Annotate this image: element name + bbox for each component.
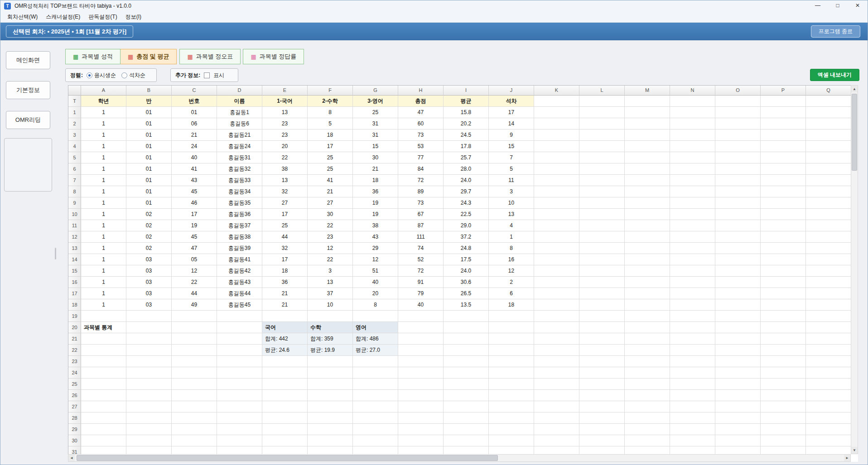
grid-cell[interactable] — [126, 412, 172, 424]
grid-cell[interactable] — [625, 345, 670, 356]
grid-cell[interactable] — [625, 311, 670, 322]
grid-cell[interactable] — [398, 435, 444, 446]
grid-cell[interactable] — [534, 175, 579, 186]
grid-cell[interactable]: 홍길동39 — [217, 243, 262, 254]
grid-cell[interactable]: 홍길동38 — [217, 231, 262, 243]
grid-cell[interactable] — [806, 288, 851, 299]
grid-cell[interactable] — [444, 412, 489, 424]
grid-cell[interactable] — [670, 96, 715, 107]
grid-cell[interactable] — [806, 231, 851, 243]
tab-subject-marking-table[interactable]: ▦과목별 정오표 — [179, 49, 241, 64]
grid-cell[interactable] — [579, 231, 625, 243]
grid-cell[interactable]: 1 — [81, 186, 126, 197]
grid-cell[interactable] — [489, 446, 534, 454]
grid-cell[interactable]: 16 — [489, 254, 534, 265]
grid-cell[interactable]: 01 — [126, 129, 172, 141]
maximize-icon[interactable]: □ — [828, 0, 848, 11]
row-header[interactable]: 14 — [68, 254, 81, 265]
grid-cell[interactable]: 12 — [489, 265, 534, 277]
row-header[interactable]: 29 — [68, 424, 81, 435]
grid-cell[interactable] — [670, 163, 715, 175]
grid-cell[interactable]: 1 — [81, 209, 126, 220]
grid-cell[interactable] — [126, 311, 172, 322]
radio-by-examinee-icon[interactable] — [87, 72, 92, 78]
grid-cell[interactable] — [761, 435, 806, 446]
grid-cell[interactable] — [806, 186, 851, 197]
grid-cell[interactable] — [806, 424, 851, 435]
menu-item-round-select[interactable]: 회차선택(W) — [3, 11, 42, 22]
grid-cell[interactable] — [579, 277, 625, 288]
grid-cell[interactable] — [444, 367, 489, 379]
grid-cell[interactable] — [806, 129, 851, 141]
grid-cell[interactable]: 91 — [398, 277, 444, 288]
grid-cell[interactable]: 43 — [353, 231, 398, 243]
grid-cell[interactable]: 30 — [353, 152, 398, 163]
grid-cell[interactable] — [398, 412, 444, 424]
grid-cell[interactable] — [579, 163, 625, 175]
grid-cell[interactable]: 73 — [398, 129, 444, 141]
grid-cell[interactable] — [398, 311, 444, 322]
row-header[interactable]: 31 — [68, 446, 81, 454]
row-header[interactable]: 5 — [68, 152, 81, 163]
grid-cell[interactable]: 02 — [126, 231, 172, 243]
grid-cell[interactable] — [81, 311, 126, 322]
grid-cell[interactable] — [625, 379, 670, 390]
grid-cell[interactable] — [670, 186, 715, 197]
grid-cell[interactable] — [806, 390, 851, 401]
grid-cell[interactable] — [715, 243, 761, 254]
grid-cell[interactable] — [579, 220, 625, 231]
grid-cell[interactable] — [579, 243, 625, 254]
grid-cell[interactable]: 01 — [126, 152, 172, 163]
grid-cell[interactable] — [625, 356, 670, 367]
sort-option-by-examinee[interactable]: 응시생순 — [87, 72, 116, 79]
grid-cell[interactable]: 79 — [398, 288, 444, 299]
grid-cell[interactable] — [670, 446, 715, 454]
grid-cell[interactable]: 01 — [126, 163, 172, 175]
grid-cell[interactable]: 53 — [398, 141, 444, 152]
grid-cell[interactable] — [126, 345, 172, 356]
grid-cell[interactable] — [715, 446, 761, 454]
grid-cell[interactable] — [444, 333, 489, 345]
grid-cell[interactable]: 20.2 — [444, 118, 489, 129]
grid-cell[interactable]: 1 — [81, 118, 126, 129]
grid-cell[interactable] — [534, 322, 579, 333]
grid-cell[interactable]: 40 — [172, 152, 217, 163]
grid-cell[interactable] — [81, 401, 126, 412]
grid-cell[interactable] — [262, 446, 308, 454]
grid-cell[interactable] — [81, 356, 126, 367]
grid-cell[interactable]: 4 — [489, 220, 534, 231]
grid-cell[interactable] — [761, 197, 806, 209]
grid-cell[interactable]: 1 — [81, 175, 126, 186]
grid-cell[interactable] — [670, 277, 715, 288]
sidebar-item-omr-reading[interactable]: OMR리딩 — [6, 111, 50, 129]
column-header-F[interactable]: F — [308, 86, 353, 96]
grid-cell[interactable] — [625, 412, 670, 424]
grid-cell[interactable] — [172, 311, 217, 322]
grid-cell[interactable] — [353, 401, 398, 412]
grid-cell[interactable] — [262, 424, 308, 435]
grid-cell[interactable] — [625, 333, 670, 345]
grid-cell[interactable] — [806, 412, 851, 424]
grid-cell[interactable]: 19 — [172, 220, 217, 231]
grid-cell[interactable] — [398, 401, 444, 412]
grid-cell[interactable] — [398, 356, 444, 367]
grid-cell[interactable] — [81, 333, 126, 345]
grid-cell[interactable] — [806, 401, 851, 412]
grid-cell[interactable] — [579, 186, 625, 197]
grid-cell[interactable]: 19 — [353, 209, 398, 220]
grid-cell[interactable]: 1 — [81, 107, 126, 118]
menu-item-reading-settings[interactable]: 판독설정(T) — [84, 11, 121, 22]
grid-cell[interactable] — [761, 186, 806, 197]
grid-cell[interactable]: 6 — [489, 288, 534, 299]
grid-cell[interactable] — [353, 446, 398, 454]
grid-cell[interactable] — [353, 367, 398, 379]
grid-cell[interactable] — [806, 333, 851, 345]
grid-cell[interactable] — [715, 209, 761, 220]
grid-cell[interactable]: 1 — [81, 254, 126, 265]
grid-cell[interactable]: 17 — [489, 107, 534, 118]
grid-cell[interactable]: 17 — [262, 254, 308, 265]
grid-cell[interactable] — [761, 96, 806, 107]
grid-cell[interactable] — [761, 107, 806, 118]
grid-cell[interactable] — [126, 424, 172, 435]
grid-cell[interactable]: 17 — [308, 141, 353, 152]
